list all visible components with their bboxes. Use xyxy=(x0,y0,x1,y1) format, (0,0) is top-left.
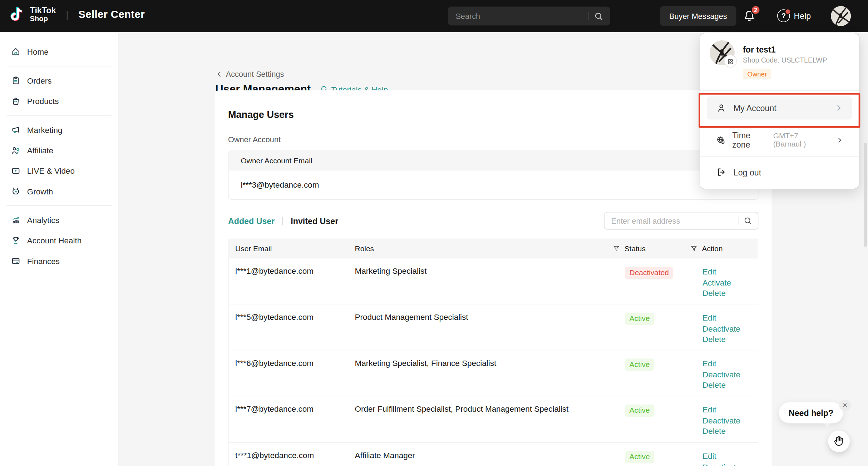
tiktok-shop-logo[interactable]: TikTok Shop | Seller Center xyxy=(8,5,145,24)
status-badge: Active xyxy=(625,451,654,463)
table-row: l***7@bytedance.com Order Fulfillment Sp… xyxy=(229,396,758,442)
sidebar-label: Finances xyxy=(27,257,60,266)
status-badge: Active xyxy=(625,313,654,325)
need-help-bubble[interactable]: Need help? xyxy=(779,402,843,423)
roles-cell: Product Management Specialist xyxy=(355,313,613,350)
status-badge: Active xyxy=(625,358,654,371)
deactivate-link[interactable]: Deactivate xyxy=(702,323,758,334)
tab-added-user[interactable]: Added User xyxy=(228,216,275,225)
search-icon[interactable] xyxy=(744,216,753,225)
help-label: Help xyxy=(794,11,811,20)
notifications-button[interactable]: 2 xyxy=(742,9,759,25)
time-zone-menu-item[interactable]: Time zone GMT+7 (Barnaul ) xyxy=(707,128,852,152)
deactivate-link[interactable]: Deactivate xyxy=(702,370,758,380)
deactivate-link[interactable]: Deactivate xyxy=(702,415,758,426)
sidebar-item-marketing[interactable]: Marketing xyxy=(0,119,118,140)
email-search-box[interactable] xyxy=(604,212,758,230)
owner-role-badge: Owner xyxy=(743,69,771,79)
need-help-label: Need help? xyxy=(789,408,833,417)
sidebar-item-finances[interactable]: Finances xyxy=(0,251,118,271)
filter-icon[interactable] xyxy=(690,245,697,252)
affiliate-icon xyxy=(11,145,20,155)
notification-count-badge: 2 xyxy=(751,5,761,15)
sidebar-item-account-health[interactable]: Account Health xyxy=(0,230,118,251)
sidebar-divider xyxy=(7,115,112,116)
sidebar-label: Analytics xyxy=(27,215,59,224)
manage-users-card: Manage Users Owner Account Owner Account… xyxy=(215,90,772,466)
sidebar-label: Marketing xyxy=(27,125,63,134)
app-root: TikTok Shop | Seller Center Buyer Messag… xyxy=(0,0,868,466)
my-account-label: My Account xyxy=(734,103,776,113)
filter-icon[interactable] xyxy=(613,245,620,252)
user-email-cell: t***1@bytedance.com xyxy=(229,451,355,466)
sidebar-label: Account Health xyxy=(27,236,82,245)
close-help-bubble-button[interactable]: ✕ xyxy=(839,400,851,411)
edit-link[interactable]: Edit xyxy=(702,358,758,369)
edit-shop-profile-button[interactable] xyxy=(724,55,737,68)
sidebar-item-analytics[interactable]: Analytics xyxy=(0,210,118,230)
vertical-scrollbar[interactable] xyxy=(864,143,867,247)
breadcrumb[interactable]: Account Settings xyxy=(216,70,284,79)
sidebar-item-orders[interactable]: Orders xyxy=(0,70,118,91)
my-account-menu-item[interactable]: My Account xyxy=(707,96,852,119)
sidebar-item-live-video[interactable]: LIVE & Video xyxy=(0,160,118,181)
email-search-input[interactable] xyxy=(610,216,738,226)
sidebar-label: Affiliate xyxy=(27,146,53,155)
account-dropdown-menu: for test1 Shop Code: USLCTLELWP Owner My… xyxy=(700,33,859,189)
edit-link[interactable]: Edit xyxy=(702,267,758,277)
sidebar-label: Home xyxy=(27,47,49,56)
tab-invited-user[interactable]: Invited User xyxy=(291,216,338,225)
delete-link[interactable]: Delete xyxy=(702,288,758,299)
hand-icon xyxy=(833,436,845,447)
delete-link[interactable]: Delete xyxy=(702,380,758,391)
account-avatar[interactable] xyxy=(831,6,851,26)
log-out-menu-item[interactable]: Log out xyxy=(707,160,852,184)
question-mark-icon: ? xyxy=(777,9,790,22)
sidebar-item-products[interactable]: Products xyxy=(0,91,118,111)
finances-icon xyxy=(11,256,20,266)
edit-link[interactable]: Edit xyxy=(702,451,758,462)
sidebar-item-growth[interactable]: Growth xyxy=(0,181,118,201)
actions-cell: Edit Deactivate Delete xyxy=(690,451,758,466)
action-header-label: Action xyxy=(702,244,722,253)
actions-cell: Edit Deactivate Delete xyxy=(690,358,758,396)
help-hand-button[interactable] xyxy=(828,431,850,452)
delete-link[interactable]: Delete xyxy=(702,334,758,345)
logo-divider: | xyxy=(66,9,68,20)
roles-cell: Order Fulfillment Specialist, Product Ma… xyxy=(355,405,613,442)
search-divider xyxy=(588,12,589,20)
sidebar-item-home[interactable]: Home xyxy=(0,41,118,62)
time-zone-value: GMT+7 (Barnaul ) xyxy=(773,132,826,148)
global-search-input[interactable] xyxy=(454,11,588,21)
deactivate-link[interactable]: Deactivate xyxy=(702,462,758,466)
status-badge: Deactivated xyxy=(625,267,673,279)
logo-line-2: Shop xyxy=(30,15,56,23)
roles-cell: Affiliate Manager xyxy=(355,451,613,466)
global-search[interactable] xyxy=(448,7,610,26)
account-health-icon xyxy=(11,236,20,245)
edit-link[interactable]: Edit xyxy=(702,313,758,323)
delete-link[interactable]: Delete xyxy=(702,426,758,437)
owner-account-table: Owner Account Email l***3@bytedance.com xyxy=(228,150,758,200)
products-icon xyxy=(11,96,20,105)
user-email-cell: l***6@bytedance.com xyxy=(229,358,355,396)
home-icon xyxy=(11,47,20,56)
activate-link[interactable]: Activate xyxy=(702,278,758,288)
owner-table-header: Owner Account Email xyxy=(229,151,758,170)
live-video-icon xyxy=(11,166,20,175)
search-icon[interactable] xyxy=(594,11,603,21)
top-bar: TikTok Shop | Seller Center Buyer Messag… xyxy=(0,0,868,32)
buyer-messages-button[interactable]: Buyer Messages xyxy=(660,6,736,26)
sidebar-item-affiliate[interactable]: Affiliate xyxy=(0,140,118,160)
close-icon: ✕ xyxy=(843,402,848,409)
actions-cell: Edit Deactivate Delete xyxy=(690,405,758,442)
tiktok-note-icon xyxy=(8,5,24,24)
table-row: t***1@bytedance.com Affiliate Manager Ac… xyxy=(229,442,758,466)
chevron-right-icon xyxy=(836,137,843,144)
col-roles: Roles xyxy=(355,244,613,253)
edit-link[interactable]: Edit xyxy=(702,405,758,415)
actions-cell: Edit Deactivate Delete xyxy=(690,313,758,350)
users-table: User Email Roles Status Action l***1@byt… xyxy=(228,238,758,466)
buyer-messages-label: Buyer Messages xyxy=(669,12,727,21)
help-button[interactable]: ? Help xyxy=(777,9,811,22)
